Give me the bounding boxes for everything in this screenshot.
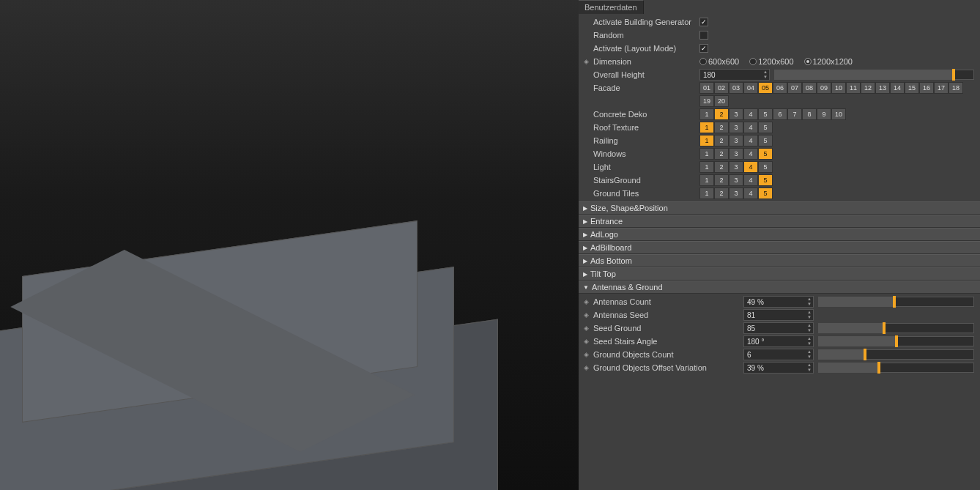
option-1[interactable]: 1	[699, 161, 714, 173]
option-2[interactable]: 2	[714, 122, 729, 133]
option-07[interactable]: 07	[787, 82, 802, 94]
checkbox-activate-layout-mode[interactable]	[699, 44, 708, 53]
option-11[interactable]: 11	[846, 82, 861, 94]
option-4[interactable]: 4	[743, 135, 758, 146]
option-5[interactable]: 5	[758, 135, 773, 146]
option-15[interactable]: 15	[905, 82, 919, 94]
keyframe-icon[interactable]: ◈	[582, 350, 590, 359]
option-5[interactable]: 5	[758, 122, 773, 133]
option-3[interactable]: 3	[729, 174, 743, 186]
panel-tab-benutzerdaten[interactable]: Benutzerdaten	[579, 0, 644, 14]
option-13[interactable]: 13	[875, 82, 890, 94]
option-05[interactable]: 05	[758, 82, 773, 94]
option-1[interactable]: 1	[699, 135, 714, 146]
accordion-size-shape-position[interactable]: ▶Size, Shape&Position	[579, 201, 980, 215]
option-02[interactable]: 02	[714, 82, 729, 94]
accordion-adbillboard[interactable]: ▶AdBillboard	[579, 241, 980, 254]
accordion-ads-bottom[interactable]: ▶Ads Bottom	[579, 254, 980, 267]
checkbox-activate-building-generator[interactable]	[699, 18, 708, 26]
option-3[interactable]: 3	[729, 108, 743, 120]
option-4[interactable]: 4	[743, 188, 758, 199]
option-5[interactable]: 5	[758, 108, 773, 120]
ground-objects-count-slider[interactable]	[818, 349, 974, 360]
option-5[interactable]: 5	[758, 188, 773, 199]
option-3[interactable]: 3	[729, 122, 743, 133]
accordion-tilt-top[interactable]: ▶Tilt Top	[579, 267, 980, 281]
keyframe-icon[interactable]: ◈	[582, 311, 590, 319]
seed-ground-input[interactable]: 85▲▼	[743, 322, 814, 334]
option-14[interactable]: 14	[890, 82, 905, 94]
option-5[interactable]: 5	[758, 174, 773, 186]
option-2[interactable]: 2	[714, 174, 729, 186]
keyframe-icon[interactable]: ◈	[582, 337, 590, 346]
option-10[interactable]: 10	[831, 108, 846, 120]
option-17[interactable]: 17	[934, 82, 949, 94]
option-5[interactable]: 5	[758, 148, 773, 160]
option-1[interactable]: 1	[699, 188, 714, 199]
keyframe-icon[interactable]: ◈	[582, 297, 590, 306]
ground-tiles-buttons: 12345	[699, 188, 773, 199]
option-06[interactable]: 06	[773, 82, 787, 94]
keyframe-icon[interactable]: ◈	[582, 324, 590, 333]
accordion-entrance[interactable]: ▶Entrance	[579, 215, 980, 228]
antennas-count-input[interactable]: 49 %▲▼	[743, 296, 814, 308]
option-1[interactable]: 1	[699, 174, 714, 186]
option-3[interactable]: 3	[729, 135, 743, 146]
option-09[interactable]: 09	[817, 82, 831, 94]
option-2[interactable]: 2	[714, 135, 729, 146]
radio-1200x1200[interactable]: 1200x1200	[804, 57, 853, 66]
seed-stairs-angle-input[interactable]: 180 °▲▼	[743, 335, 814, 347]
accordion-antennas-ground[interactable]: ▼Antennas & Ground	[579, 281, 980, 294]
render-viewport[interactable]	[0, 0, 579, 490]
option-03[interactable]: 03	[729, 82, 743, 94]
option-16[interactable]: 16	[919, 82, 934, 94]
seed-ground-slider[interactable]	[818, 323, 974, 333]
option-3[interactable]: 3	[729, 148, 743, 160]
option-10[interactable]: 10	[831, 82, 846, 94]
option-5[interactable]: 5	[758, 161, 773, 173]
option-04[interactable]: 04	[743, 82, 758, 94]
option-19[interactable]: 19	[699, 95, 714, 107]
overall-height-slider[interactable]	[774, 70, 974, 80]
option-6[interactable]: 6	[773, 108, 787, 120]
ground-objects-offset-variation-input[interactable]: 39 %▲▼	[743, 362, 814, 374]
option-4[interactable]: 4	[743, 161, 758, 173]
option-4[interactable]: 4	[743, 122, 758, 133]
keyframe-icon[interactable]: ◈	[582, 363, 590, 372]
option-9[interactable]: 9	[817, 108, 831, 120]
stairs-ground-buttons: 12345	[699, 174, 773, 186]
option-2[interactable]: 2	[714, 148, 729, 160]
option-8[interactable]: 8	[802, 108, 817, 120]
option-3[interactable]: 3	[729, 188, 743, 199]
seed-stairs-angle-slider[interactable]	[818, 336, 974, 346]
option-08[interactable]: 08	[802, 82, 817, 94]
option-01[interactable]: 01	[699, 82, 714, 94]
option-1[interactable]: 1	[699, 108, 714, 120]
radio-1200x600[interactable]: 1200x600	[749, 57, 793, 66]
option-1[interactable]: 1	[699, 122, 714, 133]
keyframe-icon[interactable]: ◈	[582, 57, 590, 66]
option-2[interactable]: 2	[714, 188, 729, 199]
checkbox-random[interactable]	[699, 31, 708, 40]
option-3[interactable]: 3	[729, 161, 743, 173]
option-2[interactable]: 2	[714, 108, 729, 120]
option-12[interactable]: 12	[861, 82, 875, 94]
option-2[interactable]: 2	[714, 161, 729, 173]
option-4[interactable]: 4	[743, 148, 758, 160]
ground-objects-offset-variation-slider[interactable]	[818, 363, 974, 373]
radio-600x600[interactable]: 600x600	[699, 57, 739, 66]
antennas-count-slider[interactable]	[818, 297, 974, 307]
row-random: Random	[579, 29, 980, 42]
light-buttons: 12345	[699, 161, 773, 173]
overall-height-input[interactable]: 180 ▲▼	[699, 69, 770, 81]
option-7[interactable]: 7	[787, 108, 802, 120]
accordion-adlogo[interactable]: ▶AdLogo	[579, 228, 980, 241]
antennas-seed-input[interactable]: 81▲▼	[743, 309, 814, 321]
row-ground-tiles: Ground Tiles 12345	[579, 187, 980, 200]
option-1[interactable]: 1	[699, 148, 714, 160]
option-4[interactable]: 4	[743, 174, 758, 186]
option-20[interactable]: 20	[714, 95, 729, 107]
option-18[interactable]: 18	[949, 82, 963, 94]
ground-objects-count-input[interactable]: 6▲▼	[743, 349, 814, 360]
option-4[interactable]: 4	[743, 108, 758, 120]
